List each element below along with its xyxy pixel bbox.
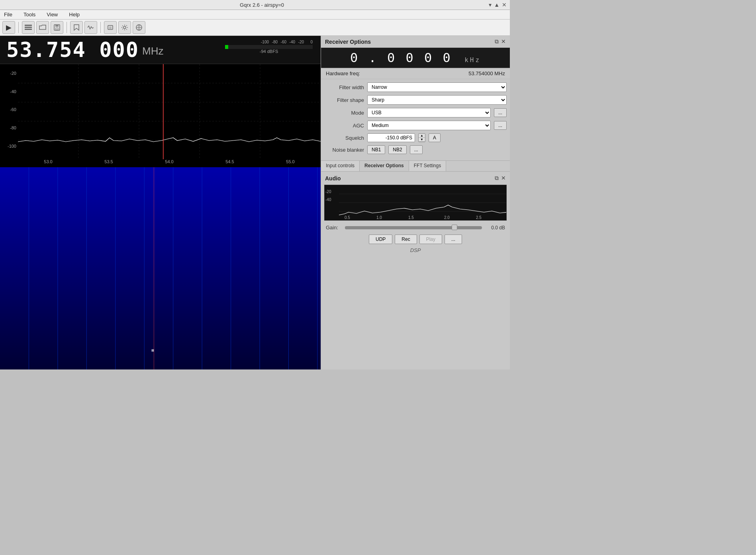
svg-text:1.5: 1.5 <box>408 215 414 220</box>
main-content: 53.754 000 MHz -100 -80 -60 -40 -20 0 -9… <box>0 36 510 369</box>
audio-button[interactable] <box>84 21 97 34</box>
filter-width-select[interactable]: Narrow Normal Wide <box>367 82 507 92</box>
audio-close-btn[interactable]: ✕ <box>501 175 506 182</box>
y-label-4: -100 <box>0 144 18 149</box>
hw-freq-value: 53.754000 MHz <box>468 70 505 76</box>
khz-display: 0 . 0 0 0 0 kHz <box>321 48 510 68</box>
squelch-down-btn[interactable]: ▼ <box>419 138 425 142</box>
minimize-btn[interactable]: ▾ <box>489 2 492 8</box>
audio-section: Audio ⧉ ✕ -20 -40 <box>321 173 510 255</box>
panel-close-btn[interactable]: ✕ <box>501 38 506 45</box>
svg-text:2.5: 2.5 <box>476 215 482 220</box>
frequency-display: 53.754 000 MHz -100 -80 -60 -40 -20 0 -9… <box>0 36 321 64</box>
hw-config-button[interactable] <box>22 21 35 34</box>
audio-undock-btn[interactable]: ⧉ <box>495 175 499 182</box>
filter-shape-row: Filter shape Sharp Normal Soft <box>324 95 507 105</box>
bookmark-button[interactable] <box>70 21 83 34</box>
y-label-1: -40 <box>0 89 18 94</box>
window-title: Gqrx 2.6 - airspy=0 <box>35 2 489 8</box>
gain-thumb[interactable] <box>452 225 457 230</box>
svg-rect-0 <box>25 25 32 26</box>
squelch-auto-btn[interactable]: A <box>429 133 441 142</box>
filter-shape-label: Filter shape <box>324 97 364 103</box>
svg-point-10 <box>123 26 126 29</box>
spectrum-panel: 53.754 000 MHz -100 -80 -60 -40 -20 0 -9… <box>0 36 321 369</box>
menu-tools[interactable]: Tools <box>21 11 38 18</box>
svg-text:-20: -20 <box>325 190 331 194</box>
open-button[interactable] <box>36 21 49 34</box>
audio-buttons: UDP Rec Play ... <box>321 233 510 246</box>
noise-blanker-row: Noise blanker NB1 NB2 ... <box>324 145 507 154</box>
menu-view[interactable]: View <box>44 11 60 18</box>
signal-dbfs: -94 dBFS <box>225 49 313 54</box>
gain-slider[interactable] <box>345 226 482 229</box>
svg-rect-1 <box>25 27 32 28</box>
x-label-0: 53.0 <box>44 159 52 167</box>
scale-m80: -80 <box>269 40 278 44</box>
gain-row: Gain: 0.0 dB <box>321 222 510 233</box>
receiver-options-header: Receiver Options ⧉ ✕ <box>321 36 510 48</box>
tab-receiver-options[interactable]: Receiver Options <box>360 161 409 171</box>
mode-row: Mode USB LSB CW-L CW-U AM FM WFM ... <box>324 108 507 117</box>
svg-text:-40: -40 <box>325 197 331 202</box>
nb1-btn[interactable]: NB1 <box>367 145 385 154</box>
squelch-up-btn[interactable]: ▲ <box>419 134 425 138</box>
y-axis-labels: -20 -40 -60 -80 -100 <box>0 64 18 155</box>
svg-text:0.5: 0.5 <box>345 215 350 220</box>
nb2-btn[interactable]: NB2 <box>388 145 406 154</box>
rec-btn[interactable]: Rec <box>395 235 417 244</box>
audio-extra-btn[interactable]: ... <box>445 235 462 244</box>
signal-scale: -100 -80 -60 -40 -20 0 <box>260 40 313 44</box>
spectrum-svg <box>18 64 321 159</box>
spectrum-chart[interactable]: -20 -40 -60 -80 -100 <box>0 64 321 167</box>
squelch-input[interactable] <box>367 133 415 142</box>
maximize-btn[interactable]: ▲ <box>494 2 499 8</box>
settings-button[interactable] <box>118 21 131 34</box>
save-button[interactable] <box>51 21 63 34</box>
x-axis-labels: 53.0 53.5 54.0 54.5 55.0 <box>18 159 321 167</box>
tab-input-controls[interactable]: Input controls <box>321 161 360 171</box>
play-btn[interactable]: Play <box>419 235 442 244</box>
y-label-3: -80 <box>0 125 18 130</box>
agc-extra-btn[interactable]: ... <box>494 121 507 130</box>
title-bar: Gqrx 2.6 - airspy=0 ▾ ▲ ✕ <box>0 0 510 10</box>
svg-text:1.0: 1.0 <box>376 215 382 220</box>
svg-marker-6 <box>74 25 79 30</box>
udp-btn[interactable]: UDP <box>369 235 392 244</box>
waterfall[interactable] <box>0 167 321 369</box>
waterfall-svg <box>0 167 321 369</box>
svg-text:2.0: 2.0 <box>444 215 450 220</box>
audio-chart: -20 -40 0.5 1.0 1.5 2.0 2.5 3. <box>324 185 507 221</box>
gain-label: Gain: <box>326 225 342 231</box>
scale-m100: -100 <box>260 40 269 44</box>
mode-extra-btn[interactable]: ... <box>494 108 507 117</box>
khz-unit: kHz <box>464 56 481 64</box>
svg-rect-2 <box>25 29 32 30</box>
window-controls[interactable]: ▾ ▲ ✕ <box>489 2 507 8</box>
tabs-row: Input controls Receiver Options FFT Sett… <box>321 160 510 172</box>
separator-2 <box>67 22 67 33</box>
play-button[interactable]: ▶ <box>2 21 15 34</box>
squelch-label: Squelch <box>324 135 364 141</box>
agc-select[interactable]: Off Fast Medium Slow User <box>367 121 491 130</box>
audio-title: Audio <box>325 175 341 182</box>
dsp-label: DSP <box>321 246 510 255</box>
network-button[interactable] <box>133 21 145 34</box>
menu-help[interactable]: Help <box>67 11 82 18</box>
close-btn[interactable]: ✕ <box>502 2 507 8</box>
panel-undock-btn[interactable]: ⧉ <box>495 38 499 45</box>
scale-m20: -20 <box>295 40 304 44</box>
nb-extra-btn[interactable]: ... <box>410 145 423 154</box>
filter-shape-select[interactable]: Sharp Normal Soft <box>367 95 507 105</box>
x-label-3: 54.5 <box>225 159 234 167</box>
agc-label: AGC <box>324 123 364 129</box>
mode-select[interactable]: USB LSB CW-L CW-U AM FM WFM <box>367 108 491 117</box>
agc-row: AGC Off Fast Medium Slow User ... <box>324 121 507 130</box>
separator-3 <box>100 22 101 33</box>
tab-fft-settings[interactable]: FFT Settings <box>409 161 446 171</box>
svg-rect-35 <box>151 349 154 352</box>
scale-0: 0 <box>304 40 313 44</box>
audio-header-controls: ⧉ ✕ <box>495 175 506 182</box>
menu-file[interactable]: File <box>2 11 15 18</box>
remote-button[interactable] <box>104 21 117 34</box>
